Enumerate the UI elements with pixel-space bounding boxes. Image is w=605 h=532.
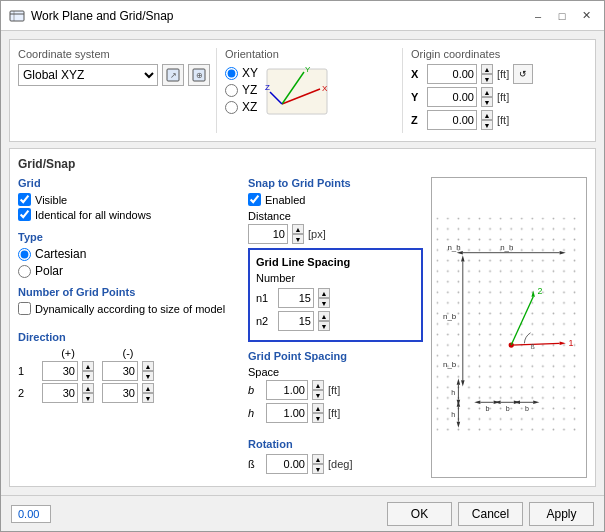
orientation-yz-radio[interactable] (225, 84, 238, 97)
rotation-title: Rotation (248, 438, 423, 450)
b-spin-up[interactable]: ▲ (312, 380, 324, 390)
x-value-input[interactable] (427, 64, 477, 84)
b-unit: [ft] (328, 384, 340, 396)
coord-btn1[interactable]: ↗ (162, 64, 184, 86)
b-spin-down[interactable]: ▼ (312, 390, 324, 400)
b-input[interactable] (266, 380, 308, 400)
origin-row-x: X ▲ ▼ [ft] ↺ (411, 64, 587, 84)
rotation-subsection: Rotation ß ▲ ▼ [deg] (248, 438, 423, 477)
dir-row1-minus-up[interactable]: ▲ (142, 361, 154, 371)
svg-text:n_h: n_h (447, 243, 460, 252)
n1-label: n1 (256, 292, 274, 304)
orientation-xy-radio[interactable] (225, 67, 238, 80)
cartesian-radio[interactable] (18, 248, 31, 261)
y-spin-up[interactable]: ▲ (481, 87, 493, 97)
n1-spin-up[interactable]: ▲ (318, 288, 330, 298)
dynamic-checkbox-label[interactable]: Dynamically according to size of model (18, 302, 238, 315)
orientation-xy[interactable]: XY (225, 66, 258, 80)
y-spin-buttons: ▲ ▼ (481, 87, 493, 107)
orientation-content: XY YZ XZ (225, 64, 396, 119)
x-spin-down[interactable]: ▼ (481, 74, 493, 84)
y-value-input[interactable] (427, 87, 477, 107)
h-unit: [ft] (328, 407, 340, 419)
distance-spin-up[interactable]: ▲ (292, 224, 304, 234)
dynamic-checkbox[interactable] (18, 302, 31, 315)
gridline-n2-row: n2 ▲ ▼ (256, 311, 415, 331)
gridline-n1-row: n1 ▲ ▼ (256, 288, 415, 308)
z-value-input[interactable] (427, 110, 477, 130)
apply-button[interactable]: Apply (529, 502, 594, 526)
n2-spin-down[interactable]: ▼ (318, 321, 330, 331)
dir-row1-minus-input[interactable] (102, 361, 138, 381)
identical-checkbox-label[interactable]: Identical for all windows (18, 208, 238, 221)
dir-row2-plus-down[interactable]: ▼ (82, 393, 94, 403)
h-spin-up[interactable]: ▲ (312, 403, 324, 413)
identical-checkbox[interactable] (18, 208, 31, 221)
b-spin: ▲ ▼ (312, 380, 324, 400)
visible-checkbox[interactable] (18, 193, 31, 206)
visible-checkbox-label[interactable]: Visible (18, 193, 238, 206)
coord-system-select[interactable]: Global XYZ (18, 64, 158, 86)
maximize-button[interactable]: □ (552, 7, 572, 25)
dir-row1-minus-down[interactable]: ▼ (142, 371, 154, 381)
svg-text:h: h (451, 389, 455, 396)
n2-input[interactable] (278, 311, 314, 331)
h-spin-down[interactable]: ▼ (312, 413, 324, 423)
dir-row2-minus-down[interactable]: ▼ (142, 393, 154, 403)
plus-header: (+) (40, 347, 96, 359)
snap-subsection: Snap to Grid Points Enabled Distance ▲ ▼ (248, 177, 423, 342)
orientation-xz[interactable]: XZ (225, 100, 258, 114)
z-spin-down[interactable]: ▼ (481, 120, 493, 130)
x-reset-button[interactable]: ↺ (513, 64, 533, 84)
enabled-checkbox[interactable] (248, 193, 261, 206)
svg-text:n_h: n_h (500, 243, 513, 252)
orientation-xz-radio[interactable] (225, 101, 238, 114)
close-button[interactable]: ✕ (576, 7, 596, 25)
dir-row1-plus-down[interactable]: ▼ (82, 371, 94, 381)
coord-btn2[interactable]: ⊕ (188, 64, 210, 86)
distance-input[interactable] (248, 224, 288, 244)
dir-row1-plus-up[interactable]: ▲ (82, 361, 94, 371)
y-spin-down[interactable]: ▼ (481, 97, 493, 107)
gridline-spacing-box: Grid Line Spacing Number n1 ▲ ▼ (248, 248, 423, 342)
beta-spin-up[interactable]: ▲ (312, 454, 324, 464)
beta-spin-down[interactable]: ▼ (312, 464, 324, 474)
z-spin-up[interactable]: ▲ (481, 110, 493, 120)
cartesian-radio-label[interactable]: Cartesian (18, 247, 238, 261)
title-bar-left: Work Plane and Grid/Snap (9, 8, 174, 24)
orientation-panel: Orientation XY YZ XZ (216, 48, 396, 133)
ok-button[interactable]: OK (387, 502, 452, 526)
grid-diagram-svg: n_h n_h n_b n_b 1 (432, 178, 586, 477)
distance-spin-down[interactable]: ▼ (292, 234, 304, 244)
n2-spin-up[interactable]: ▲ (318, 311, 330, 321)
beta-input[interactable] (266, 454, 308, 474)
enabled-checkbox-label[interactable]: Enabled (248, 193, 423, 206)
svg-rect-0 (10, 11, 24, 21)
polar-radio[interactable] (18, 265, 31, 278)
dir-row2-minus-up[interactable]: ▲ (142, 383, 154, 393)
n1-spin-down[interactable]: ▼ (318, 298, 330, 308)
n1-spin: ▲ ▼ (318, 288, 330, 308)
x-spin-up[interactable]: ▲ (481, 64, 493, 74)
gridpoint-spacing-title: Grid Point Spacing (248, 350, 423, 362)
svg-rect-7 (267, 69, 327, 114)
polar-radio-label[interactable]: Polar (18, 264, 238, 278)
svg-text:b: b (525, 405, 529, 412)
main-window: Work Plane and Grid/Snap – □ ✕ Coordinat… (0, 0, 605, 532)
cancel-button[interactable]: Cancel (458, 502, 523, 526)
dir-row2-minus-input[interactable] (102, 383, 138, 403)
dir-row2-plus-up[interactable]: ▲ (82, 383, 94, 393)
polar-label: Polar (35, 264, 63, 278)
gridsnap-section: Grid/Snap Grid Visible Identical for all… (9, 148, 596, 487)
orientation-yz[interactable]: YZ (225, 83, 258, 97)
h-label: h (248, 407, 262, 419)
dir-row2-plus-input[interactable] (42, 383, 78, 403)
orientation-graphic: X Y Z (262, 64, 332, 119)
dir-row1-plus-spin: ▲ ▼ (82, 361, 94, 381)
dynamic-label: Dynamically according to size of model (35, 303, 225, 315)
minimize-button[interactable]: – (528, 7, 548, 25)
dir-row1-plus-input[interactable] (42, 361, 78, 381)
svg-text:2: 2 (538, 286, 543, 296)
h-input[interactable] (266, 403, 308, 423)
n1-input[interactable] (278, 288, 314, 308)
